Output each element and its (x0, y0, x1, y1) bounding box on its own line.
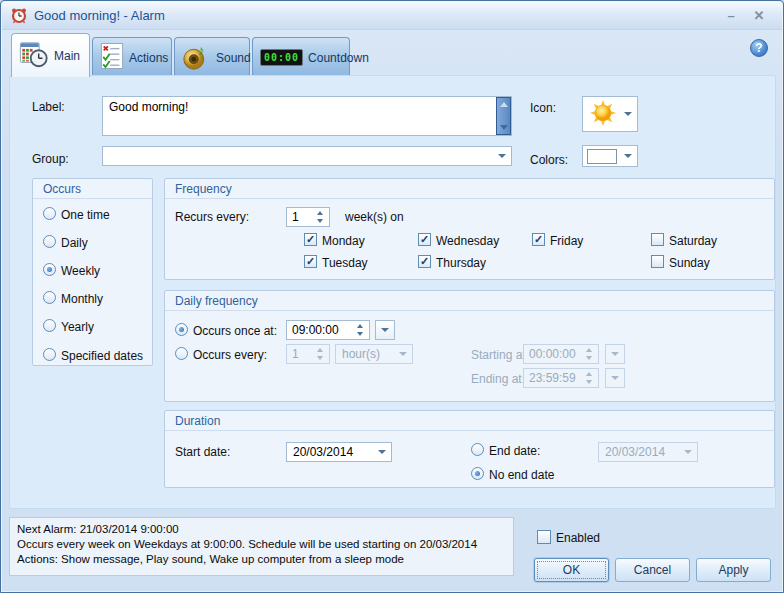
spinner-arrows-icon[interactable] (313, 211, 327, 223)
label-input-value: Good morning! (109, 100, 188, 114)
start-date-label: Start date: (175, 445, 230, 459)
radio-occurs-once-label[interactable]: Occurs once at: (193, 324, 277, 338)
tab-countdown-label: Countdown (308, 51, 369, 65)
checkbox-wednesday[interactable]: ✓ (418, 233, 431, 246)
occurs-once-time-stepper[interactable]: 09:00:00 (286, 320, 370, 340)
calendar-clock-icon (19, 40, 49, 72)
label-input[interactable]: Good morning! (102, 96, 512, 136)
chevron-down-icon (381, 328, 389, 332)
alarm-summary-box: Next Alarm: 21/03/2014 9:00:00 Occurs ev… (9, 517, 514, 576)
spinner-arrows-icon[interactable] (353, 324, 367, 336)
window-title: Good morning! - Alarm (34, 8, 165, 23)
weeks-on-label: week(s) on (345, 210, 404, 224)
checklist-icon (100, 42, 124, 73)
checkbox-monday[interactable]: ✓ (304, 233, 317, 246)
radio-weekly[interactable] (43, 263, 56, 276)
recurs-every-stepper[interactable]: 1 (286, 207, 330, 227)
radio-one-time[interactable] (43, 207, 56, 220)
group-dropdown[interactable] (102, 146, 512, 166)
end-date-picker: 20/03/2014 (598, 442, 698, 462)
radio-no-end-date[interactable] (471, 467, 484, 480)
sun-icon (589, 99, 617, 130)
tab-main-label: Main (54, 49, 80, 63)
divider (33, 198, 152, 199)
radio-monthly-label[interactable]: Monthly (61, 292, 103, 306)
tab-sound[interactable]: ♪ Sound (174, 37, 250, 77)
tab-countdown[interactable]: 00:00 Countdown (252, 37, 350, 77)
checkbox-sunday-label[interactable]: Sunday (669, 256, 710, 270)
occurs-title: Occurs (43, 182, 81, 196)
alarm-clock-icon (10, 6, 28, 24)
radio-no-end-date-label[interactable]: No end date (489, 468, 554, 482)
label-scrollbar[interactable] (496, 97, 511, 135)
checkbox-wednesday-label[interactable]: Wednesday (436, 234, 499, 248)
divider (165, 310, 774, 311)
radio-daily[interactable] (43, 235, 56, 248)
radio-monthly[interactable] (43, 291, 56, 304)
checkbox-friday-label[interactable]: Friday (550, 234, 583, 248)
tab-main[interactable]: Main (11, 33, 90, 77)
occurs-once-time-dropdown[interactable] (375, 320, 395, 340)
chevron-down-icon (684, 450, 692, 454)
colors-field-label: Colors: (530, 153, 568, 167)
checkbox-thursday-label[interactable]: Thursday (436, 256, 486, 270)
checkbox-sunday[interactable] (651, 255, 664, 268)
ending-at-time-dropdown (605, 368, 625, 388)
tab-sound-label: Sound (216, 51, 251, 65)
end-date-value: 20/03/2014 (605, 445, 665, 459)
frequency-groupbox: Frequency Recurs every: 1 week(s) on ✓ M… (164, 178, 775, 280)
checkbox-monday-label[interactable]: Monday (322, 234, 365, 248)
occurs-every-value: 1 (292, 347, 299, 361)
ok-button[interactable]: OK (534, 558, 609, 582)
cancel-button[interactable]: Cancel (615, 558, 690, 582)
alarm-dialog-window: Good morning! - Alarm – ✕ Main (0, 0, 784, 593)
checkbox-enabled[interactable] (537, 530, 551, 544)
starting-at-time-dropdown (605, 344, 625, 364)
chevron-down-icon (498, 154, 506, 158)
divider (165, 430, 774, 431)
minimize-icon[interactable]: – (722, 8, 740, 24)
occurs-every-unit-dropdown: hour(s) (335, 344, 413, 364)
checkbox-saturday-label[interactable]: Saturday (669, 234, 717, 248)
color-swatch (587, 149, 617, 164)
radio-occurs-once[interactable] (175, 323, 188, 336)
digital-clock-icon: 00:00 (260, 49, 303, 66)
radio-yearly-label[interactable]: Yearly (61, 320, 94, 334)
radio-occurs-every-label[interactable]: Occurs every: (193, 348, 267, 362)
duration-title: Duration (175, 414, 220, 428)
close-icon[interactable]: ✕ (750, 8, 768, 24)
start-date-value: 20/03/2014 (293, 445, 353, 459)
radio-daily-label[interactable]: Daily (61, 236, 88, 250)
starting-at-label: Starting at: (471, 348, 529, 362)
tab-actions-label: Actions (129, 51, 168, 65)
radio-end-date[interactable] (471, 443, 484, 456)
schedule-line: Occurs every week on Weekdays at 9:00:00… (17, 537, 506, 552)
tab-actions[interactable]: Actions (92, 37, 172, 77)
radio-one-time-label[interactable]: One time (61, 208, 110, 222)
icon-field-label: Icon: (530, 101, 556, 115)
help-icon[interactable]: ? (750, 39, 768, 57)
frequency-title: Frequency (175, 182, 232, 196)
start-date-picker[interactable]: 20/03/2014 (286, 442, 392, 462)
checkbox-saturday[interactable] (651, 233, 664, 246)
icon-dropdown[interactable] (582, 96, 638, 132)
checkbox-tuesday-label[interactable]: Tuesday (322, 256, 368, 270)
apply-button[interactable]: Apply (696, 558, 771, 582)
radio-end-date-label[interactable]: End date: (489, 444, 540, 458)
checkbox-friday[interactable]: ✓ (532, 233, 545, 246)
checkbox-thursday[interactable]: ✓ (418, 255, 431, 268)
actions-line: Actions: Show message, Play sound, Wake … (17, 552, 506, 567)
checkbox-enabled-label[interactable]: Enabled (556, 531, 600, 545)
radio-weekly-label[interactable]: Weekly (61, 264, 100, 278)
duration-groupbox: Duration Start date: 20/03/2014 End date… (164, 410, 775, 488)
radio-specified-dates-label[interactable]: Specified dates (61, 349, 143, 363)
colors-dropdown[interactable] (582, 145, 638, 167)
label-field-label: Label: (32, 100, 65, 114)
ending-at-time-value: 23:59:59 (529, 371, 576, 385)
radio-occurs-every[interactable] (175, 347, 188, 360)
daily-frequency-groupbox: Daily frequency Occurs once at: 09:00:00… (164, 290, 775, 402)
radio-yearly[interactable] (43, 319, 56, 332)
checkbox-tuesday[interactable]: ✓ (304, 255, 317, 268)
group-field-label: Group: (32, 152, 69, 166)
radio-specified-dates[interactable] (43, 348, 56, 361)
